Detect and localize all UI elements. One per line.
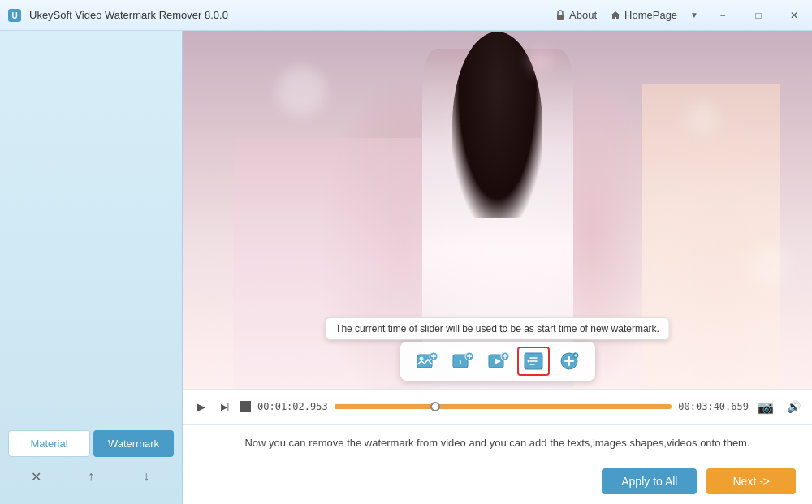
current-time: 00:01:02.953 [257,401,328,412]
apply-to-all-button[interactable]: Apply to All [602,468,697,494]
set-start-time-button[interactable] [517,347,550,376]
close-button[interactable]: ✕ [783,6,806,25]
svg-point-4 [419,356,423,360]
add-more-button[interactable] [553,347,585,376]
lock-icon [555,10,566,21]
home-icon [610,10,621,21]
svg-text:U: U [11,11,17,20]
about-nav[interactable]: About [555,9,597,21]
info-section: Now you can remove the watermark from vi… [183,424,812,461]
video-tooltip: The current time of slider will be used … [325,317,670,340]
app-icon: U [6,7,23,24]
add-image-button[interactable] [410,347,443,376]
player-controls: ▶ ▶| 00:01:02.953 00:03:40.659 📷 🔊 [183,389,812,424]
progress-track[interactable] [335,404,672,409]
play-button[interactable]: ▶ [191,397,210,416]
delete-button[interactable]: ✕ [23,463,49,489]
footer-buttons: Apply to All Next -> [183,460,812,504]
add-video-button[interactable] [482,347,514,376]
sidebar: Material Watermark ✕ ↑ ↓ [0,31,183,504]
bokeh-3 [749,245,790,286]
restore-button[interactable]: □ [747,6,770,25]
tab-material[interactable]: Material [8,430,90,457]
stop-button[interactable] [240,401,251,412]
up-button[interactable]: ↑ [78,463,104,489]
info-text: Now you can remove the watermark from vi… [199,435,796,451]
minimize-button[interactable]: − [711,6,734,25]
video-toolbar: T [400,342,595,381]
add-text-button[interactable]: T [446,347,478,376]
tab-watermark[interactable]: Watermark [93,430,174,457]
bokeh-2 [686,102,719,135]
progress-fill [335,404,436,409]
video-container[interactable]: The current time of slider will be used … [183,31,812,389]
about-label: About [569,9,597,21]
title-bar-right: About HomePage ▼ − □ ✕ [555,6,806,25]
volume-button[interactable]: 🔊 [783,396,804,417]
figure-left [233,138,422,388]
next-button[interactable]: Next -> [706,468,796,494]
tooltip-text: The current time of slider will be used … [335,323,659,334]
svg-text:T: T [458,358,463,366]
homepage-nav[interactable]: HomePage [610,9,677,21]
video-section: The current time of slider will be used … [183,31,812,504]
svg-point-13 [527,360,529,362]
title-bar-left: U UkeySoft Video Watermark Remover 8.0.0 [6,7,228,24]
homepage-label: HomePage [624,9,677,21]
sidebar-list [8,39,174,422]
app-title: UkeySoft Video Watermark Remover 8.0.0 [29,9,228,21]
svg-rect-2 [557,15,564,20]
title-bar: U UkeySoft Video Watermark Remover 8.0.0… [0,0,812,31]
next-frame-button[interactable]: ▶| [217,398,233,415]
dropdown-arrow[interactable]: ▼ [690,11,698,19]
down-button[interactable]: ↓ [133,463,159,489]
bokeh-1 [277,67,326,115]
tab-buttons: Material Watermark [8,422,174,457]
progress-thumb[interactable] [430,402,440,411]
main-content: Material Watermark ✕ ↑ ↓ The current tim… [0,31,812,504]
duration: 00:03:40.659 [678,401,749,412]
sidebar-actions: ✕ ↑ ↓ [8,457,174,496]
screenshot-button[interactable]: 📷 [755,396,776,417]
